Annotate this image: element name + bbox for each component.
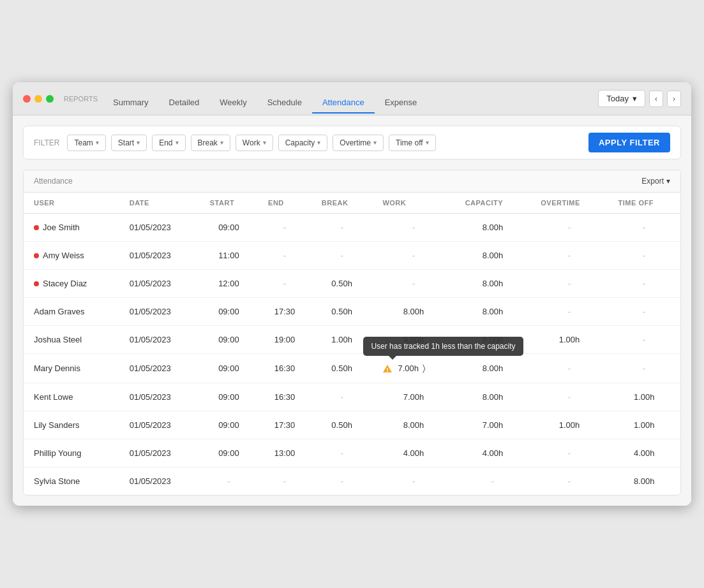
break-cell: 0.50h — [311, 270, 373, 298]
tab-schedule[interactable]: Schedule — [257, 92, 312, 114]
end-filter[interactable]: End ▾ — [152, 135, 185, 151]
work-cell: ! 7.00h 〉 User has tracked 1h less than … — [372, 354, 454, 383]
break-cell: - — [311, 467, 373, 496]
user-cell: Phillip Young — [24, 439, 119, 467]
chevron-down-icon: ▾ — [666, 177, 670, 186]
table-row: Joshua Steel 01/05/2023 09:00 19:00 1.00… — [24, 326, 680, 354]
chevron-down-icon: ▾ — [317, 139, 320, 146]
apply-filter-button[interactable]: APPLY FILTER — [588, 133, 670, 152]
tab-attendance[interactable]: Attendance — [312, 92, 375, 114]
start-cell: 09:00 — [200, 411, 258, 439]
start-cell: 09:00 — [200, 298, 258, 326]
start-cell: 09:00 — [200, 439, 258, 467]
table-row: Adam Graves 01/05/2023 09:00 17:30 0.50h… — [24, 298, 680, 326]
break-cell: 0.50h — [311, 354, 373, 383]
user-cell: Kent Lowe — [24, 383, 119, 411]
col-start: START — [200, 193, 258, 214]
timeoff-cell: - — [608, 354, 680, 383]
date-cell: 01/05/2023 — [119, 270, 200, 298]
capacity-cell: 4.00h — [455, 439, 531, 467]
col-end: END — [258, 193, 311, 214]
table-row: Mary Dennis 01/05/2023 09:00 16:30 0.50h — [24, 354, 680, 383]
work-cell: - — [372, 242, 454, 270]
col-break: BREAK — [311, 193, 373, 214]
col-work: WORK — [372, 193, 454, 214]
timeoff-cell: - — [608, 298, 680, 326]
tab-detailed[interactable]: Detailed — [159, 92, 210, 114]
col-timeoff: TIME OFF — [608, 193, 680, 214]
overtime-cell: - — [530, 467, 608, 496]
team-filter[interactable]: Team ▾ — [67, 135, 105, 151]
main-content: FILTER Team ▾ Start ▾ End ▾ Break ▾ Work… — [13, 115, 691, 506]
prev-nav-button[interactable]: ‹ — [649, 91, 663, 107]
svg-text:!: ! — [387, 367, 389, 373]
end-cell: 17:30 — [258, 411, 311, 439]
break-filter[interactable]: Break ▾ — [191, 135, 230, 151]
timeoff-cell: - — [608, 270, 680, 298]
break-cell: - — [311, 383, 373, 411]
close-button[interactable] — [23, 95, 31, 103]
end-cell: - — [258, 242, 311, 270]
start-cell: 09:00 — [200, 214, 258, 242]
chevron-down-icon: ▾ — [96, 139, 99, 146]
capacity-cell: 8.00h — [455, 383, 531, 411]
overtime-cell: - — [530, 270, 608, 298]
work-cell: 4.00h — [372, 439, 454, 467]
overtime-cell: - — [530, 354, 608, 383]
app-window: REPORTS Summary Detailed Weekly Schedule… — [13, 82, 691, 506]
end-cell: - — [258, 467, 311, 496]
date-cell: 01/05/2023 — [119, 467, 200, 496]
cursor-icon: 〉 — [423, 363, 426, 374]
chevron-down-icon: ▾ — [176, 139, 179, 146]
table-body: Joe Smith 01/05/2023 09:00 - - - 8.00h -… — [24, 214, 680, 496]
minimize-button[interactable] — [34, 95, 42, 103]
user-status-dot — [34, 281, 39, 286]
user-cell: Adam Graves — [24, 298, 119, 326]
overtime-filter[interactable]: Overtime ▾ — [333, 135, 384, 151]
reports-label: REPORTS — [64, 95, 98, 110]
capacity-cell: 8.00h — [455, 326, 531, 354]
overtime-cell: - — [530, 242, 608, 270]
start-cell: 11:00 — [200, 242, 258, 270]
timeoff-cell: 1.00h — [608, 411, 680, 439]
warning-icon[interactable]: ! — [382, 364, 393, 373]
title-bar: REPORTS Summary Detailed Weekly Schedule… — [13, 82, 691, 115]
work-cell: 8.00h — [372, 411, 454, 439]
user-cell: Mary Dennis — [24, 354, 119, 383]
attendance-table-container: Attendance Export ▾ USER DATE START END … — [23, 170, 681, 496]
capacity-filter[interactable]: Capacity ▾ — [278, 135, 328, 151]
chevron-down-icon: ▾ — [373, 139, 377, 146]
capacity-cell: 8.00h — [455, 270, 531, 298]
timeoff-filter[interactable]: Time off ▾ — [389, 135, 436, 151]
export-button[interactable]: Export ▾ — [641, 177, 670, 186]
date-cell: 01/05/2023 — [119, 242, 200, 270]
maximize-button[interactable] — [46, 95, 54, 103]
break-cell: 1.00h — [311, 326, 373, 354]
end-cell: 13:00 — [258, 439, 311, 467]
start-cell: 09:00 — [200, 326, 258, 354]
tab-expense[interactable]: Expense — [375, 92, 428, 114]
capacity-cell: 7.00h — [455, 411, 531, 439]
col-user: USER — [24, 193, 119, 214]
overtime-cell: - — [530, 298, 608, 326]
start-filter[interactable]: Start ▾ — [111, 135, 147, 151]
overtime-cell: 1.00h — [530, 411, 608, 439]
tab-weekly[interactable]: Weekly — [209, 92, 257, 114]
today-button[interactable]: Today ▾ — [598, 90, 645, 107]
capacity-cell: 8.00h — [455, 214, 531, 242]
work-cell: - — [372, 270, 454, 298]
break-cell: - — [311, 439, 373, 467]
table-row: Stacey Diaz 01/05/2023 12:00 - 0.50h - 8… — [24, 270, 680, 298]
chevron-down-icon: ▾ — [426, 139, 429, 146]
start-cell: 09:00 — [200, 383, 258, 411]
user-cell: Lily Sanders — [24, 411, 119, 439]
table-row: Phillip Young 01/05/2023 09:00 13:00 - 4… — [24, 439, 680, 467]
next-nav-button[interactable]: › — [667, 91, 681, 107]
chevron-down-icon: ▾ — [263, 139, 266, 146]
table-row: Sylvia Stone 01/05/2023 - - - - - - 8.00… — [24, 467, 680, 496]
header-right: Today ▾ ‹ › — [598, 90, 681, 115]
work-filter[interactable]: Work ▾ — [236, 135, 273, 151]
tab-summary[interactable]: Summary — [103, 92, 159, 114]
col-date: DATE — [119, 193, 200, 214]
break-cell: - — [311, 214, 373, 242]
